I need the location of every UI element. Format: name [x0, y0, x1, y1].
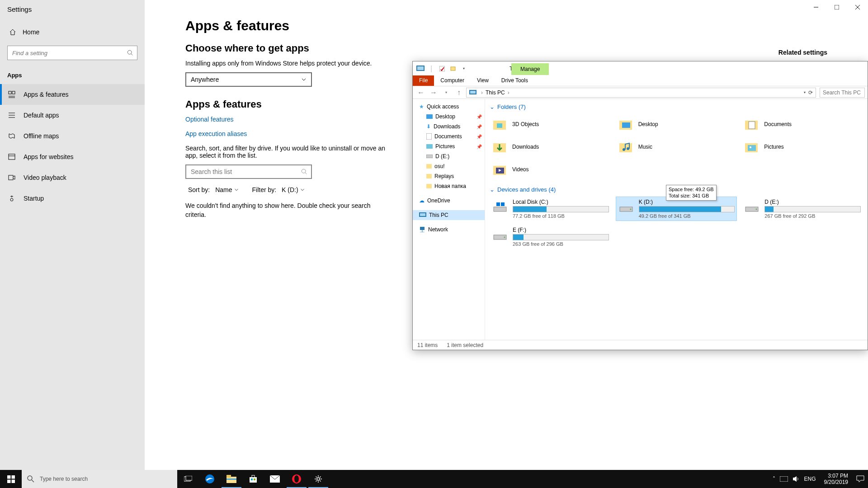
refresh-button[interactable]: ⟳	[808, 89, 813, 96]
status-item-count: 11 items	[417, 342, 438, 348]
nav-forward-button[interactable]: →	[428, 87, 439, 98]
drive-grid: Local Disk (C:)77.2 GB free of 118 GBK (…	[490, 197, 863, 249]
folder-icon	[426, 164, 432, 169]
tray-overflow[interactable]: ˄	[773, 476, 775, 482]
folder-item[interactable]: Music	[616, 136, 737, 157]
qat-divider: |	[426, 64, 436, 74]
taskbar-store[interactable]	[242, 470, 264, 488]
tree-this-pc[interactable]: This PC	[413, 210, 485, 220]
breadcrumb-item[interactable]: This PC	[486, 89, 505, 96]
tray-language[interactable]: ENG	[804, 476, 816, 482]
sort-by-dropdown[interactable]: Sort by: Name	[188, 186, 239, 193]
tray-clock[interactable]: 3:07 PM 9/20/2019	[821, 473, 852, 486]
address-bar[interactable]: › This PC › ▾ ⟳	[466, 88, 816, 98]
action-center-icon[interactable]	[856, 475, 864, 483]
explorer-statusbar: 11 items 1 item selected	[413, 340, 868, 350]
svg-rect-25	[426, 155, 433, 158]
explorer-titlebar[interactable]: | ▾ Manage This PC	[413, 61, 868, 75]
sidebar-item-apps-features[interactable]: Apps & features	[0, 84, 145, 105]
drive-icon	[492, 199, 508, 215]
app-source-dropdown[interactable]: Anywhere	[185, 72, 312, 87]
tree-item[interactable]: Desktop📌	[413, 112, 485, 122]
taskbar-explorer[interactable]	[221, 470, 242, 488]
tree-item[interactable]: Pictures📌	[413, 141, 485, 151]
taskbar-search-placeholder: Type here to search	[40, 476, 88, 482]
task-view-button[interactable]	[177, 470, 199, 488]
settings-search[interactable]	[7, 46, 137, 60]
svg-rect-22	[426, 114, 433, 119]
svg-rect-37	[622, 122, 630, 128]
new-folder-icon[interactable]	[448, 64, 458, 74]
folder-item[interactable]: Videos	[490, 159, 611, 180]
explorer-view[interactable]: ⌄Folders (7) 3D ObjectsDesktopDocumentsD…	[485, 99, 868, 340]
pc-icon[interactable]	[415, 64, 425, 74]
folder-item[interactable]: 3D Objects	[490, 114, 611, 135]
start-button[interactable]	[0, 470, 22, 488]
folder-item[interactable]: Pictures	[741, 136, 863, 157]
svg-rect-5	[12, 91, 15, 94]
tree-item[interactable]: Documents📌	[413, 131, 485, 141]
tree-item[interactable]: ⬇Downloads📌	[413, 122, 485, 131]
folder-icon	[743, 116, 760, 132]
video-icon	[8, 174, 15, 181]
folder-item[interactable]: Documents	[741, 114, 863, 135]
sidebar-home[interactable]: Home	[0, 24, 145, 40]
folders-group-header[interactable]: ⌄Folders (7)	[490, 103, 863, 110]
filter-desc: Search, sort, and filter by drive. If yo…	[185, 145, 389, 159]
apps-list-search-input[interactable]	[185, 164, 312, 179]
sidebar-item-apps-for-websites[interactable]: Apps for websites	[0, 146, 145, 167]
tree-item[interactable]: osu!	[413, 161, 485, 171]
properties-icon[interactable]	[437, 64, 447, 74]
sidebar-item-startup[interactable]: Startup	[0, 188, 145, 209]
svg-rect-24	[426, 144, 433, 149]
tree-item[interactable]: D (E:)	[413, 151, 485, 161]
taskbar-edge[interactable]	[199, 470, 221, 488]
tree-item[interactable]: Replays	[413, 171, 485, 181]
sidebar-item-offline-maps[interactable]: Offline maps	[0, 126, 145, 146]
drive-item[interactable]: Local Disk (C:)77.2 GB free of 118 GB	[490, 197, 611, 221]
ribbon-tab-file[interactable]: File	[413, 75, 434, 86]
explorer-tree[interactable]: ★Quick access Desktop📌 ⬇Downloads📌 Docum…	[413, 99, 485, 340]
explorer-search-input[interactable]	[820, 88, 865, 98]
filter-by-dropdown[interactable]: Filter by: K (D:)	[252, 186, 305, 193]
drive-item[interactable]: D (E:)267 GB free of 292 GB	[741, 197, 863, 221]
nav-back-button[interactable]: ←	[415, 87, 426, 98]
svg-point-43	[627, 147, 629, 150]
ribbon-tab-drive-tools[interactable]: Drive Tools	[495, 75, 534, 86]
svg-rect-60	[7, 479, 10, 483]
store-icon	[249, 474, 258, 483]
nav-history-button[interactable]: ▾	[441, 87, 452, 98]
taskbar-settings[interactable]	[307, 470, 329, 488]
tree-onedrive[interactable]: ☁OneDrive	[413, 196, 485, 206]
svg-point-55	[756, 209, 757, 210]
svg-point-77	[317, 478, 320, 480]
nav-up-button[interactable]: ↑	[453, 87, 464, 98]
svg-rect-23	[426, 133, 432, 140]
sidebar-item-default-apps[interactable]: Default apps	[0, 105, 145, 126]
settings-search-input[interactable]	[7, 46, 137, 60]
ribbon-tab-manage[interactable]: Manage	[511, 63, 549, 75]
drive-item[interactable]: E (F:)263 GB free of 296 GB	[490, 225, 611, 249]
quick-access-toolbar: | ▾	[415, 64, 469, 74]
keyboard-icon[interactable]	[780, 476, 788, 482]
tree-network[interactable]: Network	[413, 225, 485, 235]
folder-name: Music	[638, 144, 652, 150]
startup-icon	[8, 195, 15, 202]
ribbon-tab-view[interactable]: View	[471, 75, 495, 86]
folder-item[interactable]: Downloads	[490, 136, 611, 157]
taskbar-search[interactable]: Type here to search	[22, 470, 177, 488]
tree-quick-access[interactable]: ★Quick access	[413, 102, 485, 112]
qat-customize[interactable]: ▾	[459, 64, 469, 74]
sidebar-section-apps: Apps	[0, 69, 145, 84]
volume-icon[interactable]	[793, 476, 800, 482]
folder-item[interactable]: Desktop	[616, 114, 737, 135]
tree-item[interactable]: Новая папка	[413, 181, 485, 191]
address-dropdown[interactable]: ▾	[804, 90, 806, 94]
sidebar-item-video-playback[interactable]: Video playback	[0, 167, 145, 188]
svg-line-63	[32, 480, 34, 482]
taskbar-opera[interactable]	[286, 470, 307, 488]
taskbar-mail[interactable]	[264, 470, 286, 488]
ribbon-tab-computer[interactable]: Computer	[434, 75, 471, 86]
svg-rect-45	[748, 145, 756, 151]
drive-usage-bar	[639, 206, 735, 212]
